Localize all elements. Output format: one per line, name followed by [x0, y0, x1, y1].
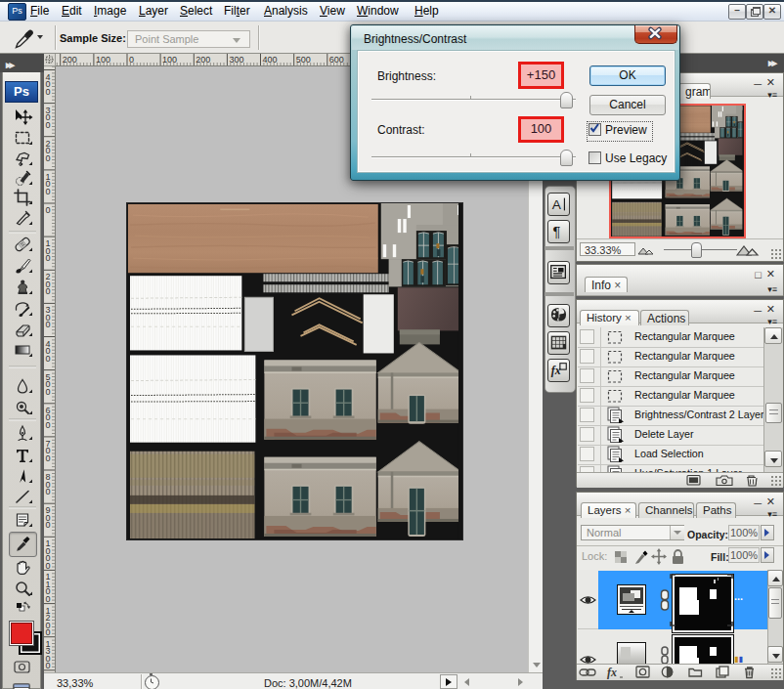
svg-text:0: 0	[46, 387, 51, 397]
svg-text:0: 0	[46, 487, 51, 496]
svg-text:A: A	[552, 197, 562, 212]
svg-text:0: 0	[129, 55, 134, 65]
svg-text:400: 400	[263, 55, 278, 65]
svg-text:0: 0	[46, 153, 51, 163]
svg-text:0: 0	[46, 320, 51, 329]
svg-text:¶: ¶	[553, 224, 561, 239]
svg-text:0: 0	[46, 120, 51, 130]
svg-text:0: 0	[46, 205, 51, 215]
svg-text:0: 0	[46, 453, 51, 463]
svg-text:0: 0	[46, 187, 51, 196]
svg-text:500: 500	[296, 55, 311, 65]
svg-text:0: 0	[46, 661, 51, 670]
svg-text:0: 0	[46, 87, 51, 97]
svg-text:100: 100	[162, 55, 177, 65]
svg-text:0: 0	[46, 354, 51, 364]
svg-text:0: 0	[46, 420, 51, 430]
svg-text:200: 200	[63, 55, 77, 65]
svg-text:300: 300	[229, 55, 243, 65]
svg-text:0: 0	[46, 561, 51, 571]
svg-text:fx: fx	[607, 666, 617, 679]
svg-text:0: 0	[46, 627, 51, 637]
svg-text:600: 600	[329, 55, 344, 65]
svg-text:0: 0	[46, 520, 51, 530]
svg-text:100: 100	[96, 55, 110, 65]
svg-text:0: 0	[46, 594, 51, 604]
svg-text:fx: fx	[551, 364, 561, 377]
svg-text:0: 0	[46, 253, 51, 263]
svg-text:200: 200	[196, 55, 210, 65]
svg-text:0: 0	[46, 286, 51, 296]
